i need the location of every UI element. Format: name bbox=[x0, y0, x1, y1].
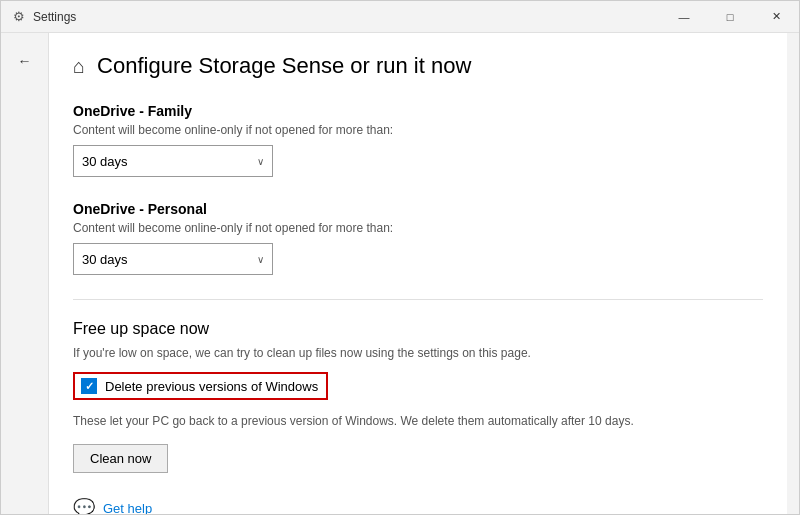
onedrive-family-title: OneDrive - Family bbox=[73, 103, 763, 119]
home-icon: ⌂ bbox=[73, 55, 85, 78]
onedrive-personal-dropdown-value: 30 days bbox=[82, 252, 128, 267]
onedrive-personal-desc: Content will become online-only if not o… bbox=[73, 221, 763, 235]
section-divider bbox=[73, 299, 763, 300]
free-up-desc: If you're low on space, we can try to cl… bbox=[73, 346, 763, 360]
delete-windows-checkbox[interactable]: ✓ bbox=[81, 378, 97, 394]
helper-text: These let your PC go back to a previous … bbox=[73, 414, 763, 428]
onedrive-family-dropdown-value: 30 days bbox=[82, 154, 128, 169]
chevron-down-icon: ∨ bbox=[257, 156, 264, 167]
get-help-row: 💬 Get help bbox=[73, 497, 763, 514]
minimize-button[interactable]: — bbox=[661, 1, 707, 33]
settings-icon: ⚙ bbox=[13, 9, 25, 24]
title-bar: ⚙ Settings — □ ✕ bbox=[1, 1, 799, 33]
get-help-link[interactable]: Get help bbox=[103, 501, 152, 515]
page-title: Configure Storage Sense or run it now bbox=[97, 53, 471, 79]
onedrive-family-dropdown[interactable]: 30 days ∨ bbox=[73, 145, 273, 177]
close-button[interactable]: ✕ bbox=[753, 1, 799, 33]
free-up-title: Free up space now bbox=[73, 320, 763, 338]
help-icon: 💬 bbox=[73, 497, 95, 514]
delete-windows-label: Delete previous versions of Windows bbox=[105, 379, 318, 394]
checkmark-icon: ✓ bbox=[85, 380, 94, 393]
onedrive-family-section: OneDrive - Family Content will become on… bbox=[73, 103, 763, 177]
scrollbar[interactable] bbox=[787, 33, 799, 514]
onedrive-personal-section: OneDrive - Personal Content will become … bbox=[73, 201, 763, 275]
free-up-section: Free up space now If you're low on space… bbox=[73, 320, 763, 473]
window-title: Settings bbox=[33, 10, 76, 24]
content-area: ← ⌂ Configure Storage Sense or run it no… bbox=[1, 33, 799, 514]
page-header: ⌂ Configure Storage Sense or run it now bbox=[73, 53, 763, 79]
delete-windows-checkbox-row[interactable]: ✓ Delete previous versions of Windows bbox=[73, 372, 328, 400]
title-bar-controls: — □ ✕ bbox=[661, 1, 799, 33]
onedrive-personal-dropdown[interactable]: 30 days ∨ bbox=[73, 243, 273, 275]
onedrive-family-desc: Content will become online-only if not o… bbox=[73, 123, 763, 137]
title-bar-left: ⚙ Settings bbox=[13, 9, 76, 24]
settings-window: ⚙ Settings — □ ✕ ← ⌂ Configure Storage S… bbox=[0, 0, 800, 515]
maximize-button[interactable]: □ bbox=[707, 1, 753, 33]
main-content: ⌂ Configure Storage Sense or run it now … bbox=[49, 33, 787, 514]
onedrive-personal-title: OneDrive - Personal bbox=[73, 201, 763, 217]
nav-panel: ← bbox=[1, 33, 49, 514]
back-button[interactable]: ← bbox=[5, 41, 45, 81]
chevron-down-icon-2: ∨ bbox=[257, 254, 264, 265]
clean-now-button[interactable]: Clean now bbox=[73, 444, 168, 473]
